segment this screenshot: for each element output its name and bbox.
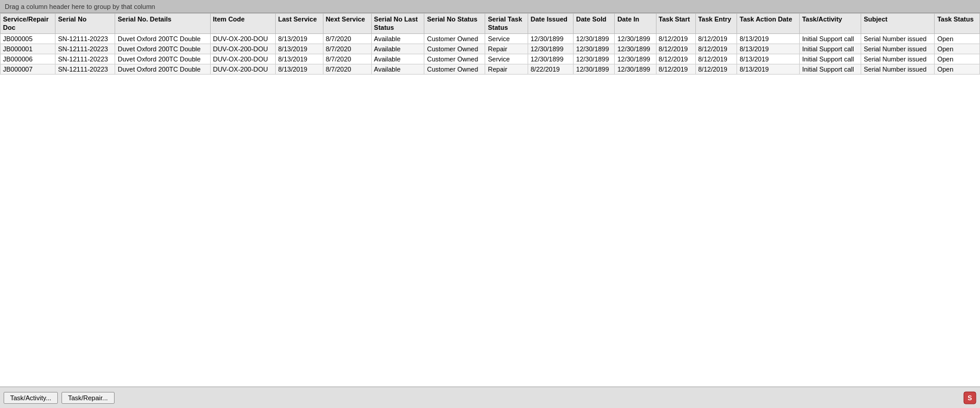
col-header-service-repair-doc[interactable]: Service/RepairDoc — [1, 14, 56, 34]
cell-date_issued: 8/22/2019 — [528, 64, 573, 74]
table-row[interactable]: JB000006SN-12111-20223Duvet Oxford 200TC… — [1, 54, 980, 64]
cell-last_service: 8/13/2019 — [276, 33, 323, 44]
cell-subject: Serial Number issued — [861, 54, 935, 64]
cell-date_in: 12/30/1899 — [615, 54, 656, 64]
cell-task_activity: Initial Support call — [799, 54, 861, 64]
col-header-task-entry[interactable]: Task Entry — [695, 14, 737, 34]
col-header-serial-task-status[interactable]: Serial TaskStatus — [485, 14, 528, 34]
cell-task_action_date: 8/13/2019 — [737, 33, 800, 44]
cell-serial_no: SN-12111-20223 — [56, 54, 115, 64]
task-repair-button[interactable]: Task/Repair... — [61, 392, 115, 404]
col-header-serial-details[interactable]: Serial No. Details — [115, 14, 210, 34]
cell-item_code: DUV-OX-200-DOU — [210, 54, 275, 64]
cell-next_service: 8/7/2020 — [323, 64, 371, 74]
cell-date_sold: 12/30/1899 — [574, 44, 615, 54]
cell-task_entry: 8/12/2019 — [695, 54, 737, 64]
cell-serial_no_status: Customer Owned — [424, 33, 485, 44]
cell-task_start: 8/12/2019 — [656, 44, 695, 54]
cell-task_entry: 8/12/2019 — [695, 64, 737, 74]
cell-date_sold: 12/30/1899 — [574, 54, 615, 64]
cell-task_start: 8/12/2019 — [656, 54, 695, 64]
cell-subject: Serial Number issued — [861, 33, 935, 44]
cell-serial_no_details: Duvet Oxford 200TC Double — [115, 33, 210, 44]
cell-serial_no_status: Customer Owned — [424, 64, 485, 74]
cell-service_repair_doc: JB000007 — [1, 64, 56, 74]
cell-date_in: 12/30/1899 — [615, 64, 656, 74]
cell-serial_task_status: Repair — [485, 44, 528, 54]
cell-next_service: 8/7/2020 — [323, 44, 371, 54]
cell-task_start: 8/12/2019 — [656, 33, 695, 44]
table-row[interactable]: JB000001SN-12111-20223Duvet Oxford 200TC… — [1, 44, 980, 54]
col-header-date-issued[interactable]: Date Issued — [528, 14, 573, 34]
cell-date_sold: 12/30/1899 — [574, 64, 615, 74]
cell-date_in: 12/30/1899 — [615, 44, 656, 54]
table-row[interactable]: JB000007SN-12111-20223Duvet Oxford 200TC… — [1, 64, 980, 74]
service-table: Service/RepairDoc Serial No Serial No. D… — [0, 13, 980, 75]
cell-serial_no_details: Duvet Oxford 200TC Double — [115, 54, 210, 64]
col-header-next-service[interactable]: Next Service — [323, 14, 371, 34]
cell-date_sold: 12/30/1899 — [574, 33, 615, 44]
task-activity-button[interactable]: Task/Activity... — [4, 392, 58, 404]
svg-text:S: S — [967, 394, 972, 401]
cell-serial_task_status: Service — [485, 33, 528, 44]
col-header-serial-no[interactable]: Serial No — [56, 14, 115, 34]
col-header-task-status[interactable]: Task Status — [935, 14, 980, 34]
cell-date_in: 12/30/1899 — [615, 33, 656, 44]
cell-serial_no_last_status: Available — [371, 64, 424, 74]
cell-task_status: Open — [935, 54, 980, 64]
cell-serial_no: SN-12111-20223 — [56, 33, 115, 44]
cell-serial_task_status: Service — [485, 54, 528, 64]
cell-date_issued: 12/30/1899 — [528, 54, 573, 64]
table-header-row: Service/RepairDoc Serial No Serial No. D… — [1, 14, 980, 34]
cell-item_code: DUV-OX-200-DOU — [210, 64, 275, 74]
table-body: JB000005SN-12111-20223Duvet Oxford 200TC… — [1, 33, 980, 74]
cell-task_entry: 8/12/2019 — [695, 33, 737, 44]
cell-last_service: 8/13/2019 — [276, 64, 323, 74]
table-row[interactable]: JB000005SN-12111-20223Duvet Oxford 200TC… — [1, 33, 980, 44]
cell-last_service: 8/13/2019 — [276, 44, 323, 54]
table-container: Service/RepairDoc Serial No Serial No. D… — [0, 13, 980, 387]
cell-task_start: 8/12/2019 — [656, 64, 695, 74]
col-header-last-service[interactable]: Last Service — [276, 14, 323, 34]
cell-service_repair_doc: JB000006 — [1, 54, 56, 64]
cell-task_status: Open — [935, 33, 980, 44]
cell-serial_no_details: Duvet Oxford 200TC Double — [115, 44, 210, 54]
cell-serial_no: SN-12111-20223 — [56, 64, 115, 74]
cell-task_activity: Initial Support call — [799, 44, 861, 54]
cell-task_activity: Initial Support call — [799, 33, 861, 44]
cell-task_activity: Initial Support call — [799, 64, 861, 74]
col-header-item-code[interactable]: Item Code — [210, 14, 275, 34]
cell-service_repair_doc: JB000005 — [1, 33, 56, 44]
cell-date_issued: 12/30/1899 — [528, 33, 573, 44]
footer-bar: Task/Activity... Task/Repair... S — [0, 387, 980, 408]
cell-subject: Serial Number issued — [861, 64, 935, 74]
cell-date_issued: 12/30/1899 — [528, 44, 573, 54]
col-header-subject[interactable]: Subject — [861, 14, 935, 34]
cell-task_status: Open — [935, 64, 980, 74]
cell-item_code: DUV-OX-200-DOU — [210, 44, 275, 54]
cell-subject: Serial Number issued — [861, 44, 935, 54]
cell-serial_no: SN-12111-20223 — [56, 44, 115, 54]
col-header-task-action-date[interactable]: Task Action Date — [737, 14, 800, 34]
col-header-date-sold[interactable]: Date Sold — [574, 14, 615, 34]
col-header-serial-status[interactable]: Serial No Status — [424, 14, 485, 34]
cell-item_code: DUV-OX-200-DOU — [210, 33, 275, 44]
cell-serial_no_last_status: Available — [371, 54, 424, 64]
cell-next_service: 8/7/2020 — [323, 33, 371, 44]
drag-group-header: Drag a column header here to group by th… — [0, 0, 980, 13]
cell-service_repair_doc: JB000001 — [1, 44, 56, 54]
cell-serial_no_status: Customer Owned — [424, 44, 485, 54]
cell-serial_no_last_status: Available — [371, 33, 424, 44]
drag-header-text: Drag a column header here to group by th… — [5, 3, 155, 10]
col-header-task-activity[interactable]: Task/Activity — [799, 14, 861, 34]
col-header-task-start[interactable]: Task Start — [656, 14, 695, 34]
cell-task_action_date: 8/13/2019 — [737, 54, 800, 64]
col-header-date-in[interactable]: Date In — [615, 14, 656, 34]
footer-icon: S — [963, 391, 976, 404]
col-header-serial-last-status[interactable]: Serial No LastStatus — [371, 14, 424, 34]
cell-task_entry: 8/12/2019 — [695, 44, 737, 54]
cell-task_action_date: 8/13/2019 — [737, 44, 800, 54]
cell-next_service: 8/7/2020 — [323, 54, 371, 64]
cell-serial_no_last_status: Available — [371, 44, 424, 54]
cell-serial_no_details: Duvet Oxford 200TC Double — [115, 64, 210, 74]
